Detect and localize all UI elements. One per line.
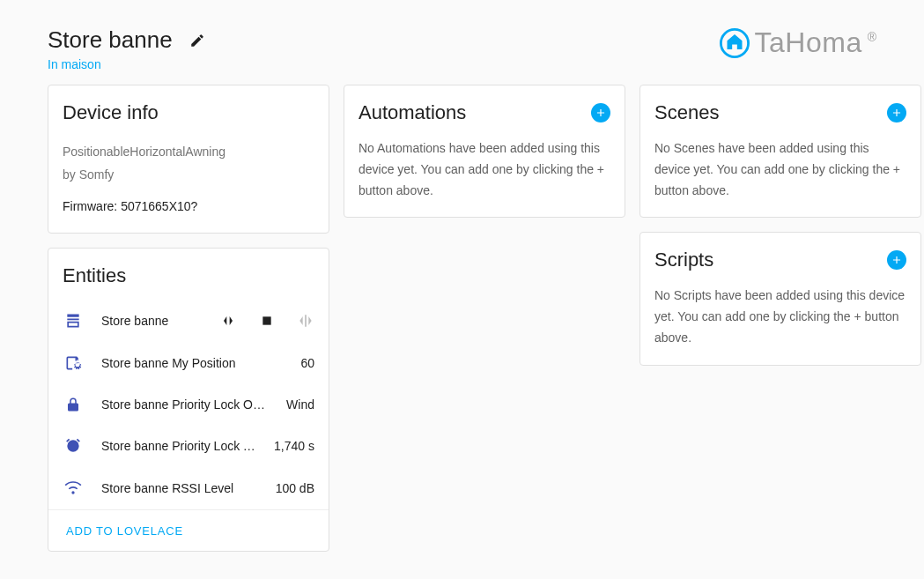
- wifi-icon: [63, 479, 84, 497]
- device-model: PositionableHorizontalAwning: [63, 142, 314, 163]
- plus-icon: [595, 107, 607, 119]
- stop-cover-icon[interactable]: [258, 312, 276, 330]
- entity-row-cover[interactable]: Store banne: [48, 300, 329, 342]
- brand-registered: ®: [868, 30, 876, 44]
- entity-row-lock-timer[interactable]: Store banne Priority Lock Ti… 1,740 s: [48, 425, 329, 467]
- entity-row-position[interactable]: Store banne My Position 60: [48, 342, 329, 384]
- entity-name: Store banne Priority Lock Origi…: [101, 397, 269, 412]
- device-manufacturer: by Somfy: [63, 165, 314, 186]
- device-info-card: Device info PositionableHorizontalAwning…: [48, 85, 329, 234]
- entity-value: 100 dB: [276, 481, 314, 495]
- plus-icon: [891, 107, 903, 119]
- entities-card: Entities Store banne: [48, 248, 329, 552]
- entity-row-rssi[interactable]: Store banne RSSI Level 100 dB: [48, 467, 329, 509]
- plus-icon: [891, 254, 903, 266]
- scenes-title: Scenes: [654, 101, 719, 124]
- entity-name: Store banne RSSI Level: [101, 481, 258, 495]
- entity-value: 60: [300, 356, 314, 370]
- add-automation-button[interactable]: [591, 103, 610, 122]
- svg-rect-1: [262, 317, 270, 325]
- window-shutter-icon: [63, 312, 84, 330]
- entity-name: Store banne: [101, 314, 202, 328]
- add-to-lovelace-button[interactable]: ADD TO LOVELACE: [66, 524, 183, 538]
- area-link[interactable]: In maison: [48, 57, 101, 71]
- device-info-title: Device info: [63, 101, 159, 124]
- automations-card: Automations No Automations have been add…: [344, 85, 625, 218]
- open-cover-icon[interactable]: [219, 312, 237, 330]
- save-cog-icon: [63, 354, 84, 372]
- scripts-title: Scripts: [654, 249, 713, 271]
- page-title: Store banne: [48, 26, 173, 54]
- entity-name: Store banne My Position: [101, 356, 283, 370]
- automations-empty-text: No Automations have been added using thi…: [344, 130, 625, 217]
- scenes-card: Scenes No Scenes have been added using t…: [639, 85, 921, 218]
- scripts-empty-text: No Scripts have been added using this de…: [640, 277, 920, 364]
- brand-logo: TaHoma ®: [720, 26, 876, 59]
- entity-name: Store banne Priority Lock Ti…: [101, 439, 256, 453]
- lock-icon: [63, 397, 84, 412]
- title-block: Store banne In maison: [48, 26, 208, 72]
- edit-icon[interactable]: [187, 30, 208, 51]
- entity-row-lock-origin[interactable]: Store banne Priority Lock Origi… Wind: [48, 384, 329, 425]
- add-script-button[interactable]: [887, 250, 906, 270]
- device-firmware: Firmware: 5071665X10?: [63, 197, 314, 218]
- timer-icon: [63, 437, 84, 455]
- brand-name: TaHoma: [755, 26, 862, 59]
- add-scene-button[interactable]: [887, 103, 906, 122]
- scenes-empty-text: No Scenes have been added using this dev…: [640, 130, 920, 217]
- entity-value: 1,740 s: [274, 439, 314, 453]
- scripts-card: Scripts No Scripts have been added using…: [639, 232, 921, 365]
- house-icon: [720, 28, 750, 58]
- automations-title: Automations: [359, 101, 466, 124]
- close-cover-icon[interactable]: [297, 312, 314, 330]
- entities-title: Entities: [63, 264, 126, 287]
- entity-value: Wind: [286, 397, 314, 412]
